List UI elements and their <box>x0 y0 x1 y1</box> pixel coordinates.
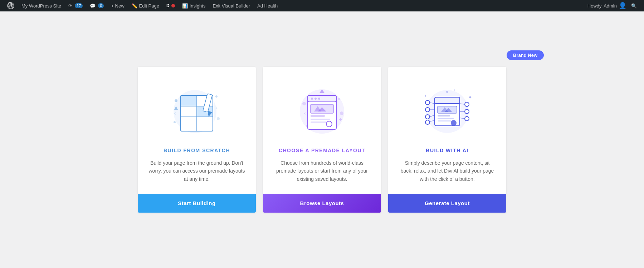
svg-rect-46 <box>438 118 454 119</box>
main-content: Brand New <box>0 11 644 268</box>
card-body-ai: ✦ ✦ BUILD WITH AI Simply describe your p… <box>388 67 506 194</box>
svg-point-51 <box>425 108 430 112</box>
brand-new-label: Brand New <box>513 53 537 58</box>
svg-point-10 <box>175 99 177 102</box>
cards-wrapper: Brand New <box>72 67 572 213</box>
svg-text:◆: ◆ <box>339 117 342 121</box>
ai-desc: Simply describe your page content, sit b… <box>399 159 496 183</box>
comments-count: 0 <box>98 3 104 8</box>
svg-text:×: × <box>174 111 176 116</box>
scratch-footer: Start Building <box>138 194 256 213</box>
admin-bar: My WordPress Site ⟳ 17 💬 0 + New ✏️ Edit… <box>0 0 644 11</box>
svg-rect-47 <box>438 120 451 121</box>
card-body-scratch: + × BUILD FROM SCRATCH Build your page f… <box>138 67 256 194</box>
premade-title: CHOOSE A PREMADE LAYOUT <box>279 148 365 153</box>
new-label: + New <box>111 3 124 9</box>
updates-button[interactable]: ⟳ 17 <box>65 0 86 11</box>
insights-label: Insights <box>190 3 206 9</box>
scratch-illustration: + × <box>161 78 233 138</box>
svg-point-32 <box>302 102 306 105</box>
svg-text:×: × <box>303 111 306 116</box>
svg-point-35 <box>306 125 308 127</box>
howdy-label: Howdy, Admin <box>587 3 617 9</box>
svg-point-31 <box>326 121 332 127</box>
premade-illustration: × ◆ <box>286 78 358 138</box>
svg-rect-45 <box>438 115 450 116</box>
svg-point-33 <box>340 111 343 115</box>
start-building-button[interactable]: Start Building <box>138 194 256 213</box>
svg-point-24 <box>318 98 320 100</box>
svg-point-12 <box>215 95 218 98</box>
svg-text:✦: ✦ <box>468 94 472 100</box>
edit-page-button[interactable]: ✏️ Edit Page <box>128 0 163 11</box>
insights-button[interactable]: 📊 Insights <box>179 0 209 11</box>
svg-point-59 <box>465 109 469 114</box>
premade-desc: Choose from hundreds of world-class prem… <box>274 159 370 183</box>
svg-point-11 <box>174 121 176 123</box>
svg-rect-28 <box>311 115 325 117</box>
scratch-title: BUILD FROM SCRATCH <box>164 148 230 153</box>
browse-layouts-button[interactable]: Browse Layouts <box>263 194 381 213</box>
divi-logo-button[interactable]: D <box>163 0 179 11</box>
brand-new-badge: Brand New <box>507 50 544 60</box>
admin-user-info: Howdy, Admin 👤 🔍 <box>584 2 640 10</box>
svg-point-53 <box>425 115 430 119</box>
exit-builder-button[interactable]: Exit Visual Builder <box>209 0 254 11</box>
svg-text:✦: ✦ <box>424 94 427 98</box>
svg-rect-41 <box>435 97 460 104</box>
new-button[interactable]: + New <box>107 0 128 11</box>
updates-icon: ⟳ <box>68 3 72 9</box>
ai-illustration: ✦ ✦ <box>411 78 483 138</box>
scratch-desc: Build your page from the ground up. Don'… <box>148 159 245 183</box>
svg-point-55 <box>425 120 430 124</box>
comments-button[interactable]: 💬 0 <box>86 0 107 11</box>
exit-builder-label: Exit Visual Builder <box>213 3 250 9</box>
red-dot-icon <box>171 4 175 8</box>
svg-point-13 <box>217 117 220 120</box>
svg-point-22 <box>311 98 313 100</box>
svg-point-65 <box>446 91 448 93</box>
ai-footer: Generate Layout <box>388 194 506 213</box>
updates-count: 17 <box>75 3 83 8</box>
site-name-label: My WordPress Site <box>21 3 61 9</box>
build-from-scratch-card: + × BUILD FROM SCRATCH Build your page f… <box>138 67 256 213</box>
comments-icon: 💬 <box>90 3 96 9</box>
avatar-icon: 👤 <box>619 2 626 10</box>
edit-page-label: Edit Page <box>139 3 159 9</box>
svg-point-66 <box>454 89 455 91</box>
search-icon[interactable]: 🔍 <box>631 3 637 9</box>
wp-logo-button[interactable] <box>4 0 18 11</box>
svg-text:+: + <box>215 105 218 111</box>
svg-rect-30 <box>311 121 327 123</box>
ad-health-label: Ad Health <box>257 3 278 9</box>
site-name-button[interactable]: My WordPress Site <box>18 0 65 11</box>
svg-rect-6 <box>181 96 196 106</box>
premade-footer: Browse Layouts <box>263 194 381 213</box>
build-with-ai-card: ✦ ✦ BUILD WITH AI Simply describe your p… <box>388 67 506 213</box>
card-body-premade: × ◆ CHOOSE A PREMADE LAYOUT Choose from … <box>263 67 381 194</box>
ad-health-button[interactable]: Ad Health <box>254 0 281 11</box>
insights-icon: 📊 <box>182 3 188 9</box>
svg-point-57 <box>465 102 469 106</box>
generate-layout-button[interactable]: Generate Layout <box>388 194 506 213</box>
divi-icon: D <box>166 3 170 8</box>
premade-layout-card: × ◆ CHOOSE A PREMADE LAYOUT Choose from … <box>263 67 381 213</box>
ai-title: BUILD WITH AI <box>426 148 468 153</box>
svg-point-36 <box>338 98 340 100</box>
svg-point-61 <box>465 116 469 121</box>
svg-point-23 <box>314 98 317 100</box>
edit-icon: ✏️ <box>132 3 137 9</box>
svg-point-49 <box>425 100 430 105</box>
svg-point-48 <box>451 120 457 126</box>
svg-rect-29 <box>311 119 330 120</box>
